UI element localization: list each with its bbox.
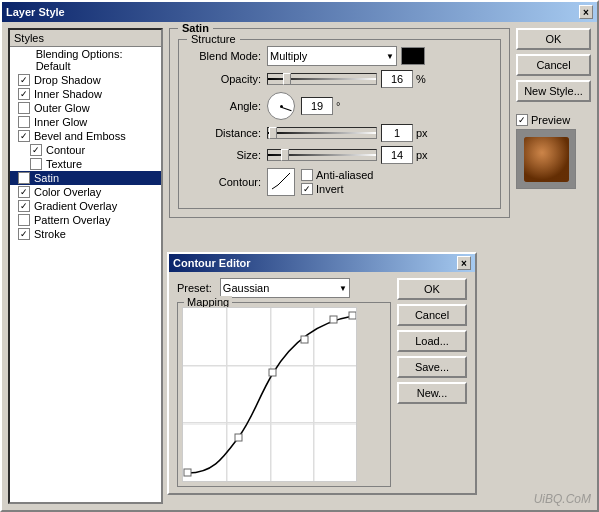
layer-list-item-0[interactable]: Blending Options: Default (10, 47, 161, 73)
angle-value[interactable]: 19 (301, 97, 333, 115)
mapping-area: Mapping (177, 302, 391, 487)
ok-button[interactable]: OK (516, 28, 591, 50)
ctrl-point-5[interactable] (235, 434, 242, 441)
cancel-button[interactable]: Cancel (516, 54, 591, 76)
satin-section: Satin Structure Blend Mode: Multiply ▼ (169, 28, 510, 218)
styles-header: Styles (10, 30, 161, 47)
angle-needle (282, 107, 292, 111)
contour-load-button[interactable]: Load... (397, 330, 467, 352)
ctrl-point-4[interactable] (349, 312, 356, 319)
contour-save-button[interactable]: Save... (397, 356, 467, 378)
checkbox-3[interactable] (18, 102, 30, 114)
layer-list-item-9[interactable]: ✓Color Overlay (10, 185, 161, 199)
layer-list-label-5: Bevel and Emboss (34, 130, 126, 142)
anti-aliased-label[interactable]: Anti-aliased (301, 169, 373, 181)
layer-list-item-2[interactable]: ✓Inner Shadow (10, 87, 161, 101)
contour-svg (270, 171, 292, 193)
checkbox-8[interactable]: ✓ (18, 172, 30, 184)
size-value[interactable]: 14 (381, 146, 413, 164)
preset-row: Preset: Gaussian ▼ (177, 278, 391, 298)
invert-label[interactable]: ✓ Invert (301, 183, 373, 195)
angle-dial[interactable] (267, 92, 295, 120)
invert-checkbox[interactable]: ✓ (301, 183, 313, 195)
checkbox-4[interactable] (18, 116, 30, 128)
close-button[interactable]: × (579, 5, 593, 19)
layer-list-label-8: Satin (34, 172, 59, 184)
checkbox-5[interactable]: ✓ (18, 130, 30, 142)
opacity-row: Opacity: 16 % (187, 70, 492, 88)
layer-list-item-8[interactable]: ✓Satin (10, 171, 161, 185)
opacity-thumb[interactable] (283, 73, 291, 85)
new-style-button[interactable]: New Style... (516, 80, 591, 102)
distance-thumb[interactable] (269, 127, 277, 139)
distance-label: Distance: (187, 127, 267, 139)
blend-mode-label: Blend Mode: (187, 50, 267, 62)
contour-cancel-button[interactable]: Cancel (397, 304, 467, 326)
svg-rect-1 (524, 137, 569, 182)
angle-unit: ° (336, 100, 340, 112)
layer-list: Blending Options: Default✓Drop Shadow✓In… (10, 47, 161, 241)
layer-list-item-11[interactable]: Pattern Overlay (10, 213, 161, 227)
size-unit: px (416, 149, 428, 161)
layer-list-item-3[interactable]: Outer Glow (10, 101, 161, 115)
preview-label-row: ✓ Preview (516, 114, 570, 126)
distance-unit: px (416, 127, 428, 139)
preview-checkbox[interactable]: ✓ (516, 114, 528, 126)
size-track (268, 154, 376, 156)
distance-slider[interactable] (267, 127, 377, 139)
blend-mode-row: Blend Mode: Multiply ▼ (187, 46, 492, 66)
checkbox-6[interactable]: ✓ (30, 144, 42, 156)
size-thumb[interactable] (281, 149, 289, 161)
opacity-slider[interactable] (267, 73, 377, 85)
contour-preview[interactable] (267, 168, 295, 196)
ctrl-point-3[interactable] (301, 336, 308, 343)
window-title: Layer Style (6, 6, 65, 18)
opacity-value[interactable]: 16 (381, 70, 413, 88)
layer-list-label-10: Gradient Overlay (34, 200, 117, 212)
opacity-track (268, 78, 376, 80)
contour-editor-right: OK Cancel Load... Save... New... (397, 278, 467, 487)
checkbox-10[interactable]: ✓ (18, 200, 30, 212)
contour-editor-body: Preset: Gaussian ▼ Mapping (169, 272, 475, 493)
preset-label: Preset: (177, 282, 212, 294)
layer-list-item-7[interactable]: Texture (10, 157, 161, 171)
ctrl-point-1[interactable] (184, 469, 191, 476)
contour-new-button[interactable]: New... (397, 382, 467, 404)
layer-list-label-12: Stroke (34, 228, 66, 240)
right-panel: OK Cancel New Style... ✓ Preview (516, 28, 591, 504)
contour-editor-dialog: Contour Editor × Preset: Gaussian ▼ Mapp… (167, 252, 477, 495)
preview-label-text: Preview (531, 114, 570, 126)
structure-group: Structure Blend Mode: Multiply ▼ Opacity… (178, 39, 501, 209)
layer-list-item-1[interactable]: ✓Drop Shadow (10, 73, 161, 87)
distance-value[interactable]: 1 (381, 124, 413, 142)
layer-list-label-1: Drop Shadow (34, 74, 101, 86)
size-label: Size: (187, 149, 267, 161)
ctrl-point-2[interactable] (269, 369, 276, 376)
left-panel: Styles Blending Options: Default✓Drop Sh… (8, 28, 163, 504)
contour-editor-close[interactable]: × (457, 256, 471, 270)
size-slider[interactable] (267, 149, 377, 161)
size-row: Size: 14 px (187, 146, 492, 164)
preview-box: ✓ Preview (516, 114, 591, 189)
checkbox-7[interactable] (30, 158, 42, 170)
checkbox-12[interactable]: ✓ (18, 228, 30, 240)
blend-mode-color-swatch[interactable] (401, 47, 425, 65)
preset-arrow: ▼ (339, 284, 347, 293)
anti-aliased-checkbox[interactable] (301, 169, 313, 181)
checkbox-1[interactable]: ✓ (18, 74, 30, 86)
layer-list-item-4[interactable]: Inner Glow (10, 115, 161, 129)
contour-row: Contour: Anti-aliased (187, 168, 492, 196)
mapping-grid[interactable] (182, 307, 357, 482)
layer-list-item-10[interactable]: ✓Gradient Overlay (10, 199, 161, 213)
layer-list-item-6[interactable]: ✓Contour (10, 143, 161, 157)
blend-mode-dropdown[interactable]: Multiply ▼ (267, 46, 397, 66)
checkbox-2[interactable]: ✓ (18, 88, 30, 100)
ctrl-point-6[interactable] (330, 316, 337, 323)
preset-dropdown[interactable]: Gaussian ▼ (220, 278, 350, 298)
layer-list-item-12[interactable]: ✓Stroke (10, 227, 161, 241)
checkbox-9[interactable]: ✓ (18, 186, 30, 198)
checkbox-11[interactable] (18, 214, 30, 226)
contour-ok-button[interactable]: OK (397, 278, 467, 300)
layer-style-window: Layer Style × Styles Blending Options: D… (0, 0, 599, 512)
layer-list-item-5[interactable]: ✓Bevel and Emboss (10, 129, 161, 143)
